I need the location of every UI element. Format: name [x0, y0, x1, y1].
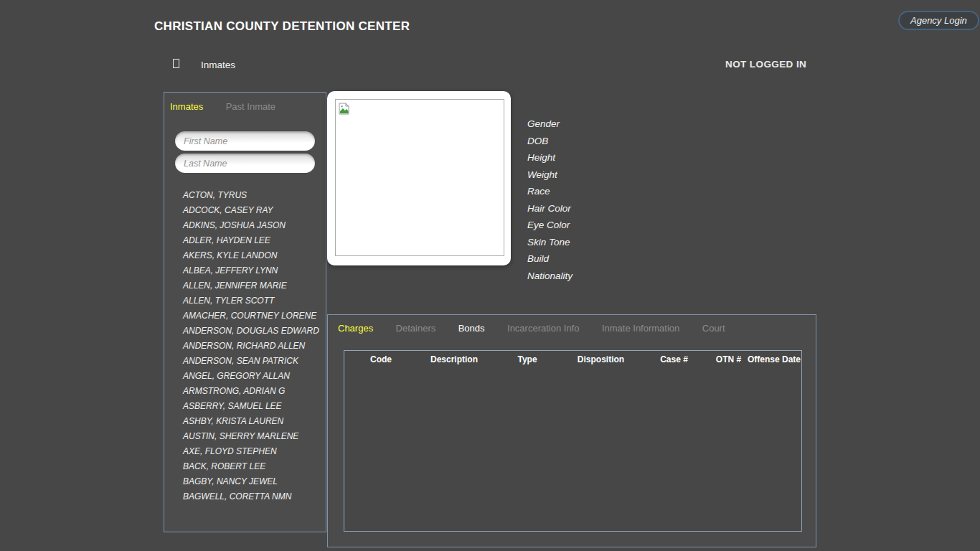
- profile-field-label: Gender: [527, 116, 573, 133]
- inmate-photo-card: [327, 91, 511, 265]
- inmate-list-item[interactable]: ALLEN, JENNIFER MARIE: [183, 278, 319, 293]
- inmate-list-item[interactable]: ASHBY, KRISTA LAUREN: [183, 414, 319, 429]
- last-name-input[interactable]: [175, 154, 315, 173]
- profile-field-label: Hair Color: [527, 200, 573, 217]
- profile-field-label: Nationality: [527, 268, 573, 285]
- column-header: Type: [491, 354, 564, 364]
- inmate-list-item[interactable]: AUSTIN, SHERRY MARLENE: [183, 429, 319, 444]
- page-title: CHRISTIAN COUNTY DETENTION CENTER: [154, 19, 410, 34]
- inmate-list-item[interactable]: BAGWELL, CORETTA NMN: [183, 489, 319, 504]
- inmate-list-item[interactable]: ALBEA, JEFFERY LYNN: [183, 263, 319, 278]
- column-header: Case #: [638, 354, 710, 364]
- profile-field-label: Height: [527, 149, 573, 166]
- inmate-photo-frame: [335, 99, 504, 256]
- inmate-list-item[interactable]: ADCOCK, CASEY RAY: [183, 203, 319, 218]
- profile-field-labels: Gender DOB Height Weight Race Hair Color…: [527, 116, 573, 284]
- column-header: Disposition: [564, 354, 638, 364]
- inmate-list-item[interactable]: ADKINS, JOSHUA JASON: [183, 218, 319, 233]
- broken-image-icon: [339, 103, 350, 115]
- login-status: NOT LOGGED IN: [725, 59, 806, 70]
- inmate-list-item[interactable]: BACK, ROBERT LEE: [183, 459, 319, 474]
- inmate-list-item[interactable]: ASBERRY, SAMUEL LEE: [183, 399, 319, 414]
- detail-tab[interactable]: Court: [702, 323, 725, 334]
- detail-tab[interactable]: Inmate Information: [602, 323, 679, 334]
- detail-tab[interactable]: Detainers: [396, 323, 436, 334]
- detention-center-page: CHRISTIAN COUNTY DETENTION CENTER Agency…: [0, 0, 980, 551]
- inmate-list-item[interactable]: AKERS, KYLE LANDON: [183, 248, 319, 263]
- inmate-search-panel: Inmates Past Inmate ACTON, TYRUS ADCOCK,…: [164, 92, 326, 532]
- charges-table-body: [344, 364, 801, 522]
- detail-tabs: Charges Detainers Bonds Incarceration In…: [328, 315, 816, 334]
- profile-field-label: Skin Tone: [527, 234, 573, 251]
- search-tab[interactable]: Inmates: [170, 101, 203, 112]
- first-name-input[interactable]: [175, 131, 315, 151]
- inmate-list-item[interactable]: ARMSTRONG, ADRIAN G: [183, 384, 319, 399]
- inmate-list-item[interactable]: AMACHER, COURTNEY LORENE: [183, 309, 319, 324]
- column-header: Code: [344, 354, 418, 364]
- detail-tab[interactable]: Incarceration Info: [507, 323, 579, 334]
- inmate-list-item[interactable]: ANDERSON, SEAN PATRICK: [183, 354, 319, 369]
- profile-field-label: Build: [527, 250, 573, 268]
- inmates-placeholder-icon: [173, 59, 179, 68]
- profile-field-label: Race: [527, 183, 573, 200]
- agency-login-button[interactable]: Agency Login: [898, 11, 979, 30]
- inmate-list-item[interactable]: BAGBY, NANCY JEWEL: [183, 474, 319, 489]
- search-panel-tabs: Inmates Past Inmate: [164, 93, 326, 113]
- inmate-list-item[interactable]: ANDERSON, RICHARD ALLEN: [183, 339, 319, 354]
- section-label: Inmates: [201, 60, 235, 70]
- column-header: Offense Date: [747, 354, 801, 364]
- inmate-list-item[interactable]: AXE, FLOYD STEPHEN: [183, 444, 319, 459]
- detail-tab[interactable]: Charges: [338, 323, 373, 334]
- column-header: Description: [418, 354, 491, 364]
- inmate-detail-panel: Charges Detainers Bonds Incarceration In…: [327, 314, 816, 547]
- inmate-list-item[interactable]: ADLER, HAYDEN LEE: [183, 233, 319, 248]
- charges-table-header: Code Description Type Disposition Case #…: [344, 351, 801, 364]
- detail-tab[interactable]: Bonds: [458, 323, 485, 334]
- column-header: OTN #: [710, 354, 747, 364]
- inmate-list-item[interactable]: ANDERSON, DOUGLAS EDWARD: [183, 324, 319, 339]
- profile-field-label: Weight: [527, 166, 573, 184]
- profile-field-label: Eye Color: [527, 217, 573, 234]
- inmate-list-item[interactable]: ANGEL, GREGORY ALLAN: [183, 369, 319, 384]
- search-tab[interactable]: Past Inmate: [226, 101, 275, 112]
- inmate-list-item[interactable]: ACTON, TYRUS: [183, 188, 319, 203]
- profile-field-label: DOB: [527, 133, 573, 150]
- inmate-list: ACTON, TYRUS ADCOCK, CASEY RAY ADKINS, J…: [183, 188, 319, 504]
- inmate-list-item[interactable]: ALLEN, TYLER SCOTT: [183, 293, 319, 309]
- charges-table: Code Description Type Disposition Case #…: [344, 350, 802, 532]
